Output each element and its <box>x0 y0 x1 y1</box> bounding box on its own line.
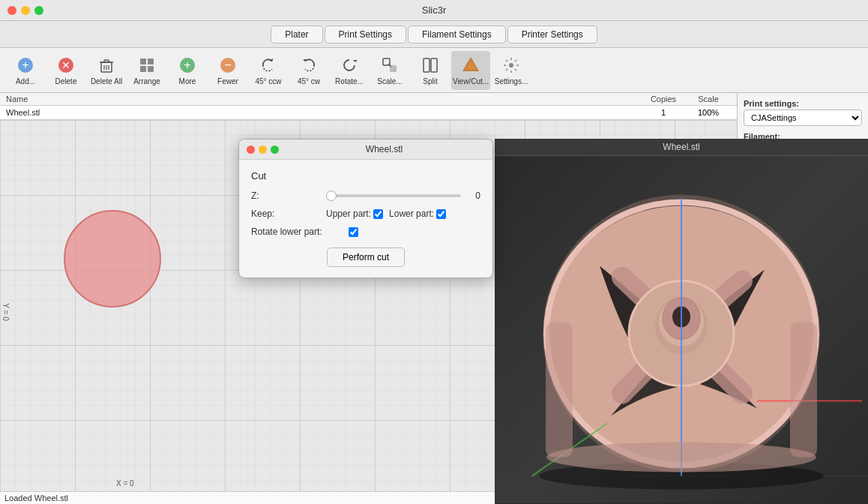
obj-copies-cell: 1 <box>641 108 686 117</box>
print-settings-row: Print settings: CJASettings <box>744 99 862 126</box>
title-bar: Slic3r <box>0 0 868 21</box>
svg-rect-10 <box>140 58 146 64</box>
3d-view-title: Wheel.stl <box>495 139 868 156</box>
3d-view-canvas[interactable] <box>495 156 868 503</box>
tool-add[interactable]: + Add... <box>6 51 45 90</box>
tool-fewer-label: Fewer <box>217 77 238 86</box>
col-name-header: Name <box>6 94 641 104</box>
print-settings-select[interactable]: CJASettings <box>744 110 862 126</box>
svg-rect-6 <box>104 60 109 62</box>
more-icon: + <box>177 55 198 76</box>
tool-settings[interactable]: Settings... <box>492 51 531 90</box>
settings-icon <box>501 55 522 76</box>
cut-dialog-window-buttons[interactable] <box>247 146 279 154</box>
svg-text:✕: ✕ <box>61 59 70 71</box>
close-button[interactable] <box>7 6 16 15</box>
svg-rect-13 <box>148 66 154 72</box>
add-icon: + <box>15 55 36 76</box>
menu-plater[interactable]: Plater <box>271 26 322 44</box>
tool-delete-all[interactable]: Delete All <box>87 51 126 90</box>
rotate-ccw-icon <box>258 55 279 76</box>
svg-text:+: + <box>184 58 190 71</box>
rotate-cw-icon <box>298 55 319 76</box>
upper-part-option[interactable]: Upper part: <box>326 208 383 219</box>
svg-rect-49 <box>790 322 817 458</box>
status-text: Loaded Wheel.stl <box>4 494 68 502</box>
cut-z-value: 0 <box>465 190 480 201</box>
tool-add-label: Add... <box>16 77 35 86</box>
window-buttons[interactable] <box>7 6 43 15</box>
table-row[interactable]: Wheel.stl 1 100% <box>0 106 737 119</box>
tool-rotate-label: Rotate... <box>335 77 364 86</box>
tool-split[interactable]: Split <box>411 51 450 90</box>
cut-dialog: Wheel.stl Cut Z: 0 Keep: Upper part: Low… <box>238 139 493 278</box>
arrange-icon <box>136 55 157 76</box>
svg-rect-12 <box>140 66 146 72</box>
tool-viewcut[interactable]: View/Cut... <box>451 51 490 90</box>
split-icon <box>420 55 441 76</box>
app-title: Slic3r <box>422 4 447 16</box>
cut-dialog-minimize[interactable] <box>259 146 267 154</box>
delete-icon: ✕ <box>55 55 76 76</box>
tool-rotate-cw[interactable]: 45° cw <box>289 51 328 90</box>
toolbar: + Add... ✕ Delete Delete All Arrange + M… <box>0 48 868 93</box>
cut-keep-options: Upper part: Lower part: <box>326 208 446 219</box>
object-list-wrapper: Name Copies Scale Wheel.stl 1 100% <box>0 93 737 120</box>
rotate-lower-checkbox[interactable] <box>349 227 358 237</box>
svg-rect-48 <box>546 322 573 458</box>
maximize-button[interactable] <box>34 6 43 15</box>
svg-marker-20 <box>353 60 358 62</box>
fewer-icon: − <box>217 55 238 76</box>
cut-section-title: Cut <box>251 170 480 182</box>
tool-fewer[interactable]: − Fewer <box>208 51 247 90</box>
lower-part-label: Lower part: <box>389 208 434 219</box>
tool-delete-all-label: Delete All <box>91 77 122 86</box>
object-top-view <box>64 210 161 308</box>
cut-slider-wrap: 0 <box>326 190 480 201</box>
tool-more[interactable]: + More <box>168 51 207 90</box>
tool-scale[interactable]: Scale... <box>370 51 409 90</box>
lower-part-checkbox[interactable] <box>436 209 446 219</box>
upper-part-checkbox[interactable] <box>373 209 383 219</box>
tool-rotate-ccw-label: 45° ccw <box>255 77 281 86</box>
upper-part-label: Upper part: <box>326 208 371 219</box>
3d-view: Wheel.stl <box>495 139 868 504</box>
svg-text:+: + <box>22 58 28 71</box>
menu-print-settings[interactable]: Print Settings <box>325 26 406 44</box>
cut-z-label: Z: <box>251 190 326 201</box>
cut-dialog-close[interactable] <box>247 146 255 154</box>
tool-more-label: More <box>179 77 196 86</box>
cut-rotate-label: Rotate lower part: <box>251 226 349 237</box>
cut-z-slider[interactable] <box>326 194 461 197</box>
delete-all-icon <box>96 55 117 76</box>
tool-arrange[interactable]: Arrange <box>127 51 166 90</box>
tool-delete-label: Delete <box>55 77 77 86</box>
cut-dialog-title: Wheel.stl <box>283 144 485 154</box>
menu-filament-settings[interactable]: Filament Settings <box>408 26 506 44</box>
col-scale-header: Scale <box>686 94 731 104</box>
print-settings-label: Print settings: <box>744 99 862 108</box>
cut-keep-label: Keep: <box>251 208 326 219</box>
svg-point-47 <box>546 442 816 472</box>
lower-part-option[interactable]: Lower part: <box>389 208 446 219</box>
tool-viewcut-label: View/Cut... <box>453 77 489 86</box>
cut-dialog-titlebar: Wheel.stl <box>239 140 492 160</box>
tool-rotate-cw-label: 45° cw <box>298 77 320 86</box>
minimize-button[interactable] <box>21 6 30 15</box>
cut-keep-row: Keep: Upper part: Lower part: <box>251 208 480 219</box>
tool-delete[interactable]: ✕ Delete <box>46 51 85 90</box>
cut-dialog-maximize[interactable] <box>271 146 279 154</box>
obj-name-cell: Wheel.stl <box>6 108 641 117</box>
perform-cut-button[interactable]: Perform cut <box>327 248 405 267</box>
scale-icon <box>379 55 400 76</box>
menu-printer-settings[interactable]: Printer Settings <box>507 26 597 44</box>
tool-scale-label: Scale... <box>377 77 402 86</box>
tool-rotate[interactable]: Rotate... <box>330 51 369 90</box>
tool-rotate-ccw[interactable]: 45° ccw <box>249 51 288 90</box>
viewcut-icon <box>460 55 481 76</box>
x-axis-label: X = 0 <box>116 479 134 488</box>
svg-rect-24 <box>424 58 430 72</box>
svg-rect-25 <box>431 58 437 72</box>
svg-rect-11 <box>148 58 154 64</box>
cut-z-row: Z: 0 <box>251 190 480 201</box>
